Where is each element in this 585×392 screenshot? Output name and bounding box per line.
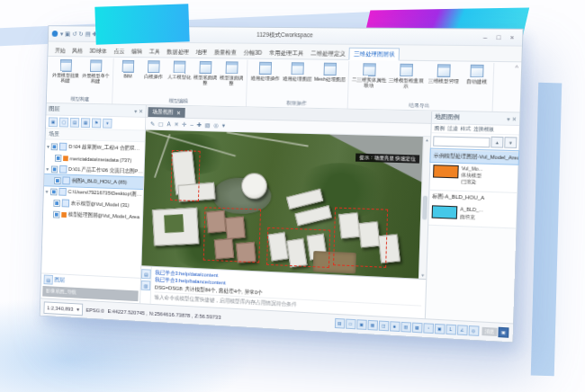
text-icon[interactable]: A bbox=[166, 120, 170, 127]
status-tool-icon[interactable]: ▤ bbox=[334, 318, 344, 329]
manual-model-button[interactable]: 人工模型化 bbox=[166, 58, 193, 79]
general-layer-button[interactable]: 通用处理图层 bbox=[281, 60, 314, 82]
attribute-link-button[interactable]: 二三维实体属性联动 bbox=[350, 61, 388, 88]
legend-search-input[interactable] bbox=[433, 136, 490, 147]
maximize-button[interactable]: □ bbox=[492, 34, 505, 40]
visibility-checkbox[interactable] bbox=[50, 188, 58, 195]
expander-icon[interactable]: ▾ bbox=[47, 143, 50, 149]
tab-3d-processing-layer[interactable]: 三维处理图层状 bbox=[349, 48, 400, 61]
model-check-button[interactable]: 三维模型检查展示 bbox=[387, 62, 425, 90]
dropdown-icon[interactable]: ▾ bbox=[103, 118, 112, 128]
close-tab-icon[interactable]: ✕ bbox=[176, 110, 181, 116]
scene-view-tab[interactable]: 场景视图 ✕ bbox=[148, 107, 184, 118]
filter-icon[interactable]: ⚑ bbox=[92, 118, 102, 128]
pan-icon[interactable]: ✛ bbox=[182, 120, 186, 128]
visibility-checkbox[interactable] bbox=[51, 143, 58, 150]
close-button[interactable]: × bbox=[506, 34, 518, 40]
general-ops-button[interactable]: 通用处理操作 bbox=[249, 60, 282, 82]
close-icon[interactable]: ✕ bbox=[512, 115, 518, 121]
visibility-checkbox[interactable] bbox=[53, 200, 60, 207]
tab-geography[interactable]: 地理 bbox=[193, 47, 211, 58]
status-tool-icon[interactable]: L bbox=[446, 325, 456, 335]
export-log-icon[interactable]: ▥ bbox=[141, 281, 151, 290]
tab-tools[interactable]: 工具 bbox=[146, 46, 164, 57]
visibility-checkbox[interactable] bbox=[53, 210, 60, 218]
bim-button[interactable]: BIM bbox=[115, 58, 141, 79]
model-bottom-adjust-button[interactable]: 模型底面调整 bbox=[192, 59, 219, 86]
visibility-checkbox[interactable] bbox=[54, 177, 61, 184]
status-tool-icon[interactable]: ▥ bbox=[400, 322, 411, 333]
clear-log-icon[interactable]: ▤ bbox=[141, 269, 151, 279]
save-icon[interactable]: ▣ bbox=[65, 31, 70, 38]
tab-edit[interactable]: 编辑 bbox=[128, 46, 146, 57]
open-datasource-icon[interactable]: ▢ bbox=[59, 117, 68, 127]
tab-2d-processing[interactable]: 二维处理定义 bbox=[307, 48, 349, 59]
batch-build-button[interactable]: 外景模型批量构建 bbox=[50, 58, 81, 84]
zoom-in-icon[interactable]: ✚ bbox=[197, 121, 202, 129]
status-tool-icon[interactable]: ∠ bbox=[457, 325, 468, 335]
dataset-icon[interactable]: ▤ bbox=[70, 117, 80, 127]
move-up-button[interactable]: ▲ bbox=[490, 137, 503, 148]
layers-icon[interactable]: ▧ bbox=[205, 121, 211, 129]
expander-icon[interactable]: ▾ bbox=[46, 165, 50, 172]
tab-3d-sphere[interactable]: 3D球体 bbox=[86, 46, 110, 57]
model-top-adjust-button[interactable]: 模型顶面调整 bbox=[218, 59, 245, 86]
visibility-checkbox[interactable] bbox=[50, 165, 58, 173]
close-icon[interactable]: ✕ bbox=[139, 108, 143, 114]
message-button[interactable]: 消息 bbox=[482, 327, 498, 336]
tab-quality-check[interactable]: 质量检查 bbox=[211, 47, 240, 58]
move-down-button[interactable]: ▼ bbox=[504, 137, 517, 148]
tab-data-processing[interactable]: 数据处理 bbox=[163, 47, 193, 58]
white-model-button[interactable]: 白模操作 bbox=[140, 58, 166, 79]
template-tab[interactable]: 连接模板 bbox=[473, 126, 494, 133]
new-datasource-icon[interactable]: ▣ bbox=[49, 117, 58, 127]
redo-icon[interactable]: ↻ bbox=[78, 31, 84, 38]
legend-entry[interactable]: Vul_Mo... 体块模型 已渲染 bbox=[429, 162, 518, 192]
minimize-button[interactable]: – bbox=[479, 34, 491, 40]
status-tool-icon[interactable]: ■ bbox=[390, 321, 400, 332]
tab-tile-3d[interactable]: 分幅3D bbox=[240, 48, 266, 58]
style-tab[interactable]: 样式 bbox=[461, 126, 472, 132]
tab-style[interactable]: 风格 bbox=[68, 46, 86, 57]
expander-icon[interactable]: ▾ bbox=[46, 188, 50, 194]
status-tool-icon[interactable]: ▩ bbox=[411, 323, 422, 334]
mesh-layer-button[interactable]: Mesh处理图层 bbox=[313, 61, 346, 83]
scroll-thumb[interactable] bbox=[422, 196, 428, 220]
status-tool-icon[interactable]: ◔ bbox=[423, 323, 434, 334]
tab-point-cloud[interactable]: 点云 bbox=[110, 46, 128, 57]
legend-tab[interactable]: 图例 bbox=[435, 125, 445, 131]
status-tool-icon[interactable]: ▣ bbox=[434, 324, 445, 334]
delete-icon[interactable]: ✕ bbox=[174, 120, 178, 128]
scale-dropdown[interactable]: 1:2,340,893 ▾ bbox=[43, 301, 83, 316]
pin-icon[interactable]: ▾ bbox=[134, 108, 137, 114]
menu-dropdown-icon[interactable]: ▾ bbox=[60, 31, 63, 38]
auto-model-button[interactable]: 自动建模 bbox=[463, 63, 492, 85]
undo-icon[interactable]: ↺ bbox=[72, 31, 77, 38]
scene-3d-viewport[interactable]: 提示：场景亮显 快速定位 bbox=[141, 130, 423, 279]
tab-common-tools[interactable]: 常用处理工具 bbox=[266, 48, 307, 59]
visibility-checkbox[interactable] bbox=[55, 155, 62, 162]
status-tool-icon[interactable]: ▣ bbox=[356, 319, 367, 330]
model-manage-button[interactable]: 三维模型管理 bbox=[425, 62, 464, 84]
chevron-down-icon: ▾ bbox=[76, 306, 79, 312]
status-tool-icon[interactable]: □ bbox=[346, 319, 356, 330]
tab-start[interactable]: 开始 bbox=[51, 45, 69, 56]
status-tool-icon[interactable]: ◎ bbox=[468, 325, 479, 336]
collapse-ribbon-icon[interactable]: ^ bbox=[515, 64, 518, 70]
status-tool-icon[interactable]: ▦ bbox=[367, 320, 378, 331]
scroll-down-icon[interactable]: ▼ bbox=[420, 273, 425, 278]
draw-pen-icon[interactable]: ✎ bbox=[150, 120, 155, 127]
zoom-out-icon[interactable]: – bbox=[190, 121, 194, 128]
filter-tab[interactable]: 过滤 bbox=[447, 125, 458, 131]
rectangle-icon[interactable]: ▢ bbox=[158, 120, 164, 128]
target-icon[interactable]: ◎ bbox=[213, 121, 219, 129]
single-build-button[interactable]: 外景模型单个构建 bbox=[80, 58, 111, 84]
map-icon[interactable]: ▦ bbox=[81, 118, 91, 128]
status-tool-icon[interactable]: ◫ bbox=[378, 321, 389, 332]
dropdown-icon[interactable]: ▾ bbox=[222, 121, 225, 129]
status-tool-icon[interactable]: ▣ bbox=[498, 327, 508, 338]
pin-icon[interactable]: ▾ bbox=[507, 115, 509, 121]
group-label: 结果导出 bbox=[350, 100, 490, 111]
workspace-icon[interactable]: ▤ bbox=[86, 31, 91, 38]
scroll-up-icon[interactable]: ▲ bbox=[425, 138, 429, 142]
